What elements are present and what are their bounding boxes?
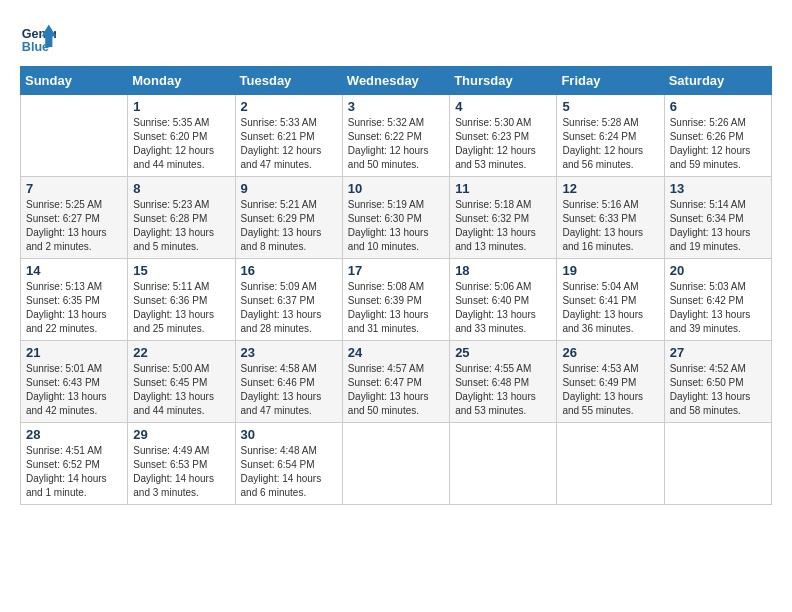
day-cell: 6Sunrise: 5:26 AM Sunset: 6:26 PM Daylig…: [664, 95, 771, 177]
day-cell: 10Sunrise: 5:19 AM Sunset: 6:30 PM Dayli…: [342, 177, 449, 259]
day-number: 4: [455, 99, 551, 114]
day-cell: [450, 423, 557, 505]
day-number: 7: [26, 181, 122, 196]
day-cell: [21, 95, 128, 177]
day-info: Sunrise: 5:01 AM Sunset: 6:43 PM Dayligh…: [26, 362, 122, 418]
day-number: 18: [455, 263, 551, 278]
day-info: Sunrise: 5:26 AM Sunset: 6:26 PM Dayligh…: [670, 116, 766, 172]
day-number: 19: [562, 263, 658, 278]
day-cell: 24Sunrise: 4:57 AM Sunset: 6:47 PM Dayli…: [342, 341, 449, 423]
day-number: 13: [670, 181, 766, 196]
day-info: Sunrise: 5:28 AM Sunset: 6:24 PM Dayligh…: [562, 116, 658, 172]
day-number: 30: [241, 427, 337, 442]
svg-text:Blue: Blue: [22, 40, 49, 54]
day-cell: 25Sunrise: 4:55 AM Sunset: 6:48 PM Dayli…: [450, 341, 557, 423]
day-number: 5: [562, 99, 658, 114]
weekday-header-row: SundayMondayTuesdayWednesdayThursdayFrid…: [21, 67, 772, 95]
day-info: Sunrise: 5:23 AM Sunset: 6:28 PM Dayligh…: [133, 198, 229, 254]
day-info: Sunrise: 4:48 AM Sunset: 6:54 PM Dayligh…: [241, 444, 337, 500]
day-number: 8: [133, 181, 229, 196]
week-row-4: 21Sunrise: 5:01 AM Sunset: 6:43 PM Dayli…: [21, 341, 772, 423]
week-row-1: 1Sunrise: 5:35 AM Sunset: 6:20 PM Daylig…: [21, 95, 772, 177]
day-cell: 18Sunrise: 5:06 AM Sunset: 6:40 PM Dayli…: [450, 259, 557, 341]
day-number: 29: [133, 427, 229, 442]
week-row-3: 14Sunrise: 5:13 AM Sunset: 6:35 PM Dayli…: [21, 259, 772, 341]
day-cell: [557, 423, 664, 505]
day-number: 27: [670, 345, 766, 360]
day-number: 24: [348, 345, 444, 360]
day-number: 12: [562, 181, 658, 196]
day-info: Sunrise: 5:03 AM Sunset: 6:42 PM Dayligh…: [670, 280, 766, 336]
day-info: Sunrise: 5:11 AM Sunset: 6:36 PM Dayligh…: [133, 280, 229, 336]
day-info: Sunrise: 5:35 AM Sunset: 6:20 PM Dayligh…: [133, 116, 229, 172]
day-cell: 5Sunrise: 5:28 AM Sunset: 6:24 PM Daylig…: [557, 95, 664, 177]
day-number: 23: [241, 345, 337, 360]
day-number: 3: [348, 99, 444, 114]
day-info: Sunrise: 5:18 AM Sunset: 6:32 PM Dayligh…: [455, 198, 551, 254]
day-info: Sunrise: 5:08 AM Sunset: 6:39 PM Dayligh…: [348, 280, 444, 336]
logo-icon: General Blue: [20, 20, 56, 56]
day-info: Sunrise: 4:57 AM Sunset: 6:47 PM Dayligh…: [348, 362, 444, 418]
day-info: Sunrise: 4:55 AM Sunset: 6:48 PM Dayligh…: [455, 362, 551, 418]
day-cell: 19Sunrise: 5:04 AM Sunset: 6:41 PM Dayli…: [557, 259, 664, 341]
day-cell: 13Sunrise: 5:14 AM Sunset: 6:34 PM Dayli…: [664, 177, 771, 259]
day-cell: 2Sunrise: 5:33 AM Sunset: 6:21 PM Daylig…: [235, 95, 342, 177]
day-cell: 9Sunrise: 5:21 AM Sunset: 6:29 PM Daylig…: [235, 177, 342, 259]
day-cell: 23Sunrise: 4:58 AM Sunset: 6:46 PM Dayli…: [235, 341, 342, 423]
day-info: Sunrise: 4:58 AM Sunset: 6:46 PM Dayligh…: [241, 362, 337, 418]
header: General Blue: [20, 20, 772, 56]
day-info: Sunrise: 5:19 AM Sunset: 6:30 PM Dayligh…: [348, 198, 444, 254]
day-info: Sunrise: 5:25 AM Sunset: 6:27 PM Dayligh…: [26, 198, 122, 254]
day-info: Sunrise: 5:13 AM Sunset: 6:35 PM Dayligh…: [26, 280, 122, 336]
day-number: 16: [241, 263, 337, 278]
day-number: 2: [241, 99, 337, 114]
day-cell: 20Sunrise: 5:03 AM Sunset: 6:42 PM Dayli…: [664, 259, 771, 341]
day-cell: 12Sunrise: 5:16 AM Sunset: 6:33 PM Dayli…: [557, 177, 664, 259]
day-cell: 8Sunrise: 5:23 AM Sunset: 6:28 PM Daylig…: [128, 177, 235, 259]
day-cell: 1Sunrise: 5:35 AM Sunset: 6:20 PM Daylig…: [128, 95, 235, 177]
weekday-header-friday: Friday: [557, 67, 664, 95]
day-number: 9: [241, 181, 337, 196]
day-cell: 26Sunrise: 4:53 AM Sunset: 6:49 PM Dayli…: [557, 341, 664, 423]
day-number: 14: [26, 263, 122, 278]
day-info: Sunrise: 4:49 AM Sunset: 6:53 PM Dayligh…: [133, 444, 229, 500]
day-number: 10: [348, 181, 444, 196]
day-cell: 27Sunrise: 4:52 AM Sunset: 6:50 PM Dayli…: [664, 341, 771, 423]
weekday-header-monday: Monday: [128, 67, 235, 95]
day-info: Sunrise: 5:04 AM Sunset: 6:41 PM Dayligh…: [562, 280, 658, 336]
day-info: Sunrise: 4:53 AM Sunset: 6:49 PM Dayligh…: [562, 362, 658, 418]
day-number: 25: [455, 345, 551, 360]
day-info: Sunrise: 4:52 AM Sunset: 6:50 PM Dayligh…: [670, 362, 766, 418]
day-cell: 21Sunrise: 5:01 AM Sunset: 6:43 PM Dayli…: [21, 341, 128, 423]
day-number: 1: [133, 99, 229, 114]
day-info: Sunrise: 5:30 AM Sunset: 6:23 PM Dayligh…: [455, 116, 551, 172]
day-info: Sunrise: 5:33 AM Sunset: 6:21 PM Dayligh…: [241, 116, 337, 172]
day-cell: 11Sunrise: 5:18 AM Sunset: 6:32 PM Dayli…: [450, 177, 557, 259]
day-cell: 14Sunrise: 5:13 AM Sunset: 6:35 PM Dayli…: [21, 259, 128, 341]
day-cell: 7Sunrise: 5:25 AM Sunset: 6:27 PM Daylig…: [21, 177, 128, 259]
day-info: Sunrise: 5:09 AM Sunset: 6:37 PM Dayligh…: [241, 280, 337, 336]
weekday-header-wednesday: Wednesday: [342, 67, 449, 95]
day-cell: 17Sunrise: 5:08 AM Sunset: 6:39 PM Dayli…: [342, 259, 449, 341]
week-row-5: 28Sunrise: 4:51 AM Sunset: 6:52 PM Dayli…: [21, 423, 772, 505]
day-number: 26: [562, 345, 658, 360]
day-info: Sunrise: 5:14 AM Sunset: 6:34 PM Dayligh…: [670, 198, 766, 254]
day-cell: 28Sunrise: 4:51 AM Sunset: 6:52 PM Dayli…: [21, 423, 128, 505]
day-cell: 29Sunrise: 4:49 AM Sunset: 6:53 PM Dayli…: [128, 423, 235, 505]
day-number: 11: [455, 181, 551, 196]
day-number: 22: [133, 345, 229, 360]
day-cell: [664, 423, 771, 505]
day-cell: 15Sunrise: 5:11 AM Sunset: 6:36 PM Dayli…: [128, 259, 235, 341]
weekday-header-thursday: Thursday: [450, 67, 557, 95]
day-number: 15: [133, 263, 229, 278]
day-cell: 4Sunrise: 5:30 AM Sunset: 6:23 PM Daylig…: [450, 95, 557, 177]
day-info: Sunrise: 5:06 AM Sunset: 6:40 PM Dayligh…: [455, 280, 551, 336]
day-cell: [342, 423, 449, 505]
day-cell: 30Sunrise: 4:48 AM Sunset: 6:54 PM Dayli…: [235, 423, 342, 505]
weekday-header-sunday: Sunday: [21, 67, 128, 95]
day-info: Sunrise: 4:51 AM Sunset: 6:52 PM Dayligh…: [26, 444, 122, 500]
day-cell: 22Sunrise: 5:00 AM Sunset: 6:45 PM Dayli…: [128, 341, 235, 423]
day-info: Sunrise: 5:16 AM Sunset: 6:33 PM Dayligh…: [562, 198, 658, 254]
day-number: 6: [670, 99, 766, 114]
day-cell: 3Sunrise: 5:32 AM Sunset: 6:22 PM Daylig…: [342, 95, 449, 177]
